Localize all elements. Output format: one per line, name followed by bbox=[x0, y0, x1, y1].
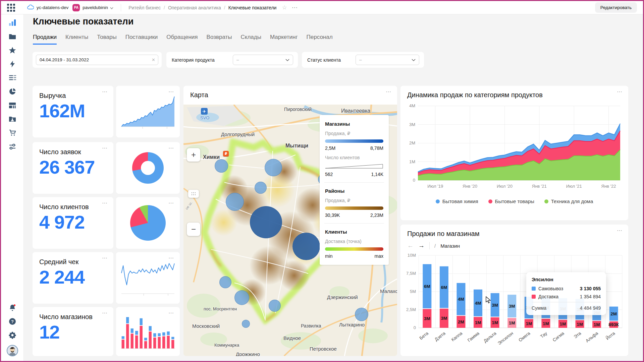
legend-item[interactable]: Бытовые товары bbox=[488, 198, 534, 204]
svg-text:3М: 3М bbox=[509, 304, 515, 309]
cloud-icon bbox=[27, 4, 34, 11]
more-menu-icon[interactable]: ⋯ bbox=[102, 88, 108, 95]
more-menu-icon[interactable]: ⋯ bbox=[617, 227, 623, 234]
tenant-name[interactable]: yc-datalens-dev bbox=[37, 5, 68, 10]
clients-pie-chart[interactable] bbox=[130, 205, 166, 241]
tooltip-series-value: 1 354 894 bbox=[580, 294, 601, 299]
store-bubble[interactable] bbox=[355, 308, 368, 321]
favorite-star-icon[interactable]: ☆ bbox=[282, 4, 287, 11]
sliders-icon[interactable] bbox=[8, 142, 16, 150]
tab-1[interactable]: Продажи bbox=[33, 34, 57, 45]
dashboard-grid-icon[interactable] bbox=[8, 101, 16, 109]
tab-2[interactable]: Клиенты bbox=[65, 34, 88, 45]
tab-7[interactable]: Склады bbox=[241, 34, 261, 45]
store-bubble[interactable] bbox=[215, 159, 228, 173]
category-filter-select[interactable]: – bbox=[233, 55, 293, 65]
more-menu-icon[interactable]: ⋯ bbox=[102, 310, 108, 316]
more-menu-icon[interactable]: ⋯ bbox=[168, 88, 174, 95]
edit-button[interactable]: Редактировать bbox=[595, 2, 637, 13]
cart-icon[interactable] bbox=[8, 129, 16, 137]
map[interactable]: ПироговскийИвантеевкаДолгопрудныйМытищиХ… bbox=[183, 105, 397, 356]
chevron-down-icon[interactable] bbox=[110, 5, 113, 11]
store-bubble[interactable] bbox=[255, 182, 267, 194]
tab-4[interactable]: Поставщики bbox=[125, 34, 158, 45]
user-avatar[interactable] bbox=[7, 345, 18, 356]
map-place-label: Пироговский bbox=[284, 107, 312, 112]
more-menu-icon[interactable]: ⋯ bbox=[102, 255, 108, 261]
legend-item[interactable]: Бытовая химия bbox=[436, 198, 478, 204]
store-bubble[interactable] bbox=[226, 193, 244, 211]
folder-icon[interactable] bbox=[8, 33, 16, 41]
svg-text:1М: 1М bbox=[543, 321, 549, 326]
favorites-star-icon[interactable] bbox=[8, 46, 16, 54]
svg-text:3М: 3М bbox=[424, 316, 430, 321]
map-zoom-out-button[interactable]: − bbox=[187, 223, 200, 236]
datalens-logo-icon[interactable] bbox=[8, 19, 16, 27]
date-range-input[interactable]: 04.04.2019 - 31.03.2022 ✕ bbox=[36, 55, 158, 65]
store-bubble[interactable] bbox=[269, 300, 281, 312]
store-bubble[interactable] bbox=[234, 290, 249, 305]
chart-tooltip: Эпсилон Самовывоз 3 130 055 Доставка 1 3… bbox=[526, 272, 606, 315]
stores-bar-chart[interactable] bbox=[121, 316, 175, 351]
legend-min: 2,5M bbox=[325, 145, 335, 151]
map-zoom-handle[interactable] bbox=[188, 190, 199, 198]
svg-text:Омега: Омега bbox=[518, 330, 531, 343]
more-menu-icon[interactable]: ⋯ bbox=[102, 145, 108, 151]
tooltip-series-value: 3 130 055 bbox=[580, 286, 601, 291]
store-bubble[interactable] bbox=[242, 320, 250, 328]
avg-check-line-chart[interactable] bbox=[121, 261, 175, 299]
notifications-bell-icon[interactable] bbox=[8, 304, 16, 312]
pie-chart-icon[interactable] bbox=[8, 87, 16, 96]
store-bubble[interactable] bbox=[292, 233, 320, 260]
status-filter-label: Статус клиента bbox=[307, 57, 341, 63]
tab-9[interactable]: Персонал bbox=[307, 34, 333, 45]
revenue-sparkline[interactable] bbox=[121, 95, 175, 133]
apps-grid-icon[interactable] bbox=[7, 4, 15, 12]
clear-date-icon[interactable]: ✕ bbox=[152, 57, 155, 62]
store-bubble[interactable] bbox=[265, 159, 282, 176]
drill-level-label[interactable]: Магазин bbox=[440, 243, 460, 249]
tooltip-series-label: Самовывоз bbox=[538, 286, 563, 291]
tab-5[interactable]: Обращения bbox=[166, 34, 198, 45]
map-legend: Магазины Продажа, ₽ 2,5M 8,78M Число кли… bbox=[320, 115, 389, 265]
breadcrumb-folder[interactable]: Оперативная аналитика bbox=[168, 5, 221, 10]
tooltip-series-label: Доставка bbox=[538, 294, 558, 299]
shared-folder-icon[interactable] bbox=[8, 115, 16, 123]
kpi-title: Число магазинов bbox=[39, 313, 93, 321]
svg-text:0: 0 bbox=[413, 178, 415, 183]
list-rows-icon[interactable] bbox=[8, 74, 16, 82]
breadcrumb-separator: / bbox=[224, 5, 225, 10]
more-menu-icon[interactable]: ⋯ bbox=[617, 88, 623, 95]
drill-back-icon[interactable]: ← bbox=[407, 242, 414, 249]
store-bubble[interactable] bbox=[219, 276, 231, 288]
status-filter-select[interactable]: – bbox=[356, 55, 419, 65]
more-menu-icon[interactable]: ⋯ bbox=[292, 4, 298, 11]
drill-forward-icon[interactable]: → bbox=[418, 242, 425, 249]
more-menu-icon[interactable]: ⋯ bbox=[102, 200, 108, 206]
tab-3[interactable]: Товары bbox=[97, 34, 116, 45]
settings-gear-icon[interactable] bbox=[8, 331, 16, 339]
map-place-label: Мытищи bbox=[285, 143, 308, 149]
requests-donut-chart[interactable] bbox=[132, 152, 164, 184]
kpi-card-stores: Число магазинов 12 ⋯ bbox=[33, 307, 113, 356]
tab-8[interactable]: Маркетинг bbox=[270, 34, 298, 45]
legend-dot bbox=[544, 199, 548, 203]
help-icon[interactable]: ? bbox=[8, 317, 16, 325]
legend-metric: Продажа, ₽ bbox=[325, 131, 383, 136]
more-menu-icon[interactable]: ⋯ bbox=[386, 88, 392, 95]
lightning-icon[interactable] bbox=[8, 60, 16, 68]
more-menu-icon[interactable]: ⋯ bbox=[168, 255, 174, 261]
store-bubble[interactable] bbox=[250, 206, 282, 238]
map-place-label: Долгопрудный bbox=[221, 131, 255, 137]
tooltip-swatch bbox=[532, 287, 536, 291]
legend-dot bbox=[488, 199, 492, 203]
map-place-label: Петровское bbox=[310, 346, 337, 352]
breadcrumb-project[interactable]: Ритейл бизнес bbox=[128, 5, 161, 10]
user-name[interactable]: paveldubinin bbox=[83, 5, 108, 10]
more-menu-icon[interactable]: ⋯ bbox=[168, 310, 174, 316]
legend-metric: Число клиентов bbox=[325, 155, 383, 160]
category-dynamics-chart[interactable]: 01M2M3M4MИюл '19Янв '20Июл '20Янв '21Июл… bbox=[403, 103, 626, 191]
legend-item[interactable]: Техника для дома bbox=[544, 198, 593, 204]
tab-6[interactable]: Возвраты bbox=[207, 34, 232, 45]
map-zoom-in-button[interactable]: + bbox=[187, 148, 200, 162]
